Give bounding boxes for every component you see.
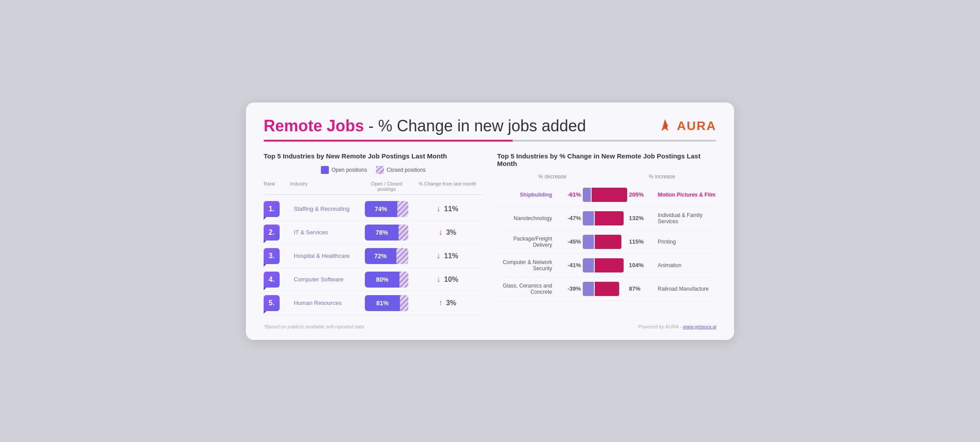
bar-container: 81% (365, 295, 408, 311)
rank-badge: 3. (264, 248, 280, 264)
right-bar-open (583, 282, 594, 296)
change-arrow: ↓ (436, 251, 440, 260)
aura-logo-icon (656, 118, 673, 134)
right-bar-open (583, 188, 591, 202)
industry-name: Staffing & Recreuiting (290, 205, 361, 212)
bar-closed (397, 201, 408, 217)
bar-container: 80% (365, 272, 408, 288)
rank-badge: 4. (264, 272, 280, 288)
right-industry-right: Railroad Manufacture (655, 286, 716, 292)
legend-closed-label: Closed positions (387, 167, 426, 173)
bar-open: 74% (365, 201, 397, 217)
left-section-title: Top 5 Industries by New Remote Job Posti… (264, 152, 483, 160)
change-value: 11% (444, 205, 458, 213)
right-bar-open (583, 211, 594, 225)
header: Remote Jobs - % Change in new jobs added… (264, 117, 716, 135)
change-value: 3% (446, 299, 456, 307)
change-arrow: ↓ (436, 204, 440, 213)
right-bar-open (583, 258, 594, 272)
change-cell: ↓ 11% (412, 251, 483, 260)
right-pct-right: 115% (629, 238, 653, 245)
right-bar-closed (595, 211, 624, 225)
right-pct-left: -47% (557, 215, 581, 221)
change-arrow: ↑ (439, 298, 443, 308)
col-rank: Rank (264, 181, 290, 192)
legend-open: Open positions (321, 166, 367, 174)
bar-closed (396, 248, 408, 264)
right-row: Nanotechnology -47% 132% Individual & Fa… (497, 207, 716, 230)
pct-labels: % decrease % increase (497, 174, 716, 180)
logo-text: AURA (677, 119, 716, 133)
bar-open: 81% (365, 295, 400, 311)
right-pct-left: -41% (557, 262, 581, 268)
change-cell: ↓ 11% (412, 204, 483, 213)
right-section: Top 5 Industries by % Change in New Remo… (497, 152, 716, 315)
svg-marker-1 (665, 119, 668, 128)
label-increase: % increase (649, 174, 675, 180)
table-row: 2. IT & Services 78% ↓ 3% (264, 221, 483, 245)
legend-open-icon (321, 166, 329, 174)
bar-container: 72% (365, 248, 408, 264)
right-bar-closed (595, 235, 621, 249)
right-bar-closed (595, 282, 619, 296)
rank-cell: 3. (264, 248, 290, 264)
right-industry-left: Package/Freight Delivery (497, 236, 555, 248)
industry-name: IT & Services (290, 229, 361, 236)
logo: AURA (656, 118, 716, 134)
bar-closed (400, 295, 408, 311)
right-bar-closed (595, 258, 624, 272)
bar-container: 78% (365, 225, 408, 241)
table-header: Rank Industry Open / Closed postings % C… (264, 181, 483, 195)
col-change: % Change from last month (412, 181, 483, 192)
right-industry-left: Shipbuilding (497, 192, 555, 198)
left-table: 1. Staffing & Recreuiting 74% ↓ 11% 2. I… (264, 197, 483, 315)
footer: *Based on publicly available self-report… (264, 324, 716, 329)
right-industry-right: Printing (655, 239, 716, 245)
page-title: Remote Jobs - % Change in new jobs added (264, 117, 586, 135)
change-cell: ↑ 3% (412, 298, 483, 308)
left-section: Top 5 Industries by New Remote Job Posti… (264, 152, 483, 315)
right-industry-left: Glass, Ceramics and Concrete (497, 283, 555, 295)
right-pct-left: -45% (557, 238, 581, 245)
col-postings: Open / Closed postings (361, 181, 412, 192)
right-bar-closed (592, 188, 627, 202)
table-row: 4. Computer Software 80% ↓ 10% (264, 268, 483, 292)
rank-cell: 4. (264, 272, 290, 288)
right-section-title: Top 5 Industries by % Change in New Remo… (497, 152, 716, 167)
right-bar-open (583, 235, 594, 249)
rank-cell: 1. (264, 201, 290, 217)
right-bar-container (583, 235, 627, 249)
industry-name: Hospital & Healthcare (290, 253, 361, 259)
aura-link[interactable]: www.getaura.ai (683, 324, 716, 329)
table-row: 3. Hospital & Healthcare 72% ↓ 11% (264, 245, 483, 268)
rank-badge: 5. (264, 295, 280, 311)
right-pct-right: 132% (629, 215, 653, 221)
bar-open: 80% (365, 272, 399, 288)
right-industry-left: Nanotechnology (497, 215, 555, 221)
industry-name: Human Resources (290, 300, 361, 306)
powered-by: Powered by AURA - www.getaura.ai (638, 324, 716, 329)
rank-badge: 2. (264, 225, 280, 241)
change-value: 3% (446, 229, 456, 237)
right-bar-container (583, 282, 627, 296)
right-row: Shipbuilding -61% 205% Motion Pictures &… (497, 183, 716, 207)
right-bar-container (583, 258, 627, 272)
right-bar-container (583, 211, 627, 225)
bar-closed (399, 272, 408, 288)
right-pct-right: 205% (629, 191, 653, 198)
change-value: 11% (444, 252, 458, 260)
right-industry-left: Computer & Network Security (497, 259, 555, 272)
bar-open: 72% (365, 248, 396, 264)
change-cell: ↓ 3% (412, 228, 483, 237)
industry-name: Computer Software (290, 276, 361, 283)
right-row: Computer & Network Security -41% 104% An… (497, 254, 716, 277)
header-divider (264, 140, 716, 142)
right-pct-right: 104% (629, 262, 653, 268)
right-pct-left: -61% (557, 191, 581, 198)
right-industry-right: Individual & Family Services (655, 212, 716, 225)
table-row: 5. Human Resources 81% ↑ 3% (264, 292, 483, 315)
rank-cell: 5. (264, 295, 290, 311)
legend-closed-icon (376, 166, 384, 174)
col-industry: Industry (290, 181, 361, 192)
change-value: 10% (444, 276, 458, 284)
